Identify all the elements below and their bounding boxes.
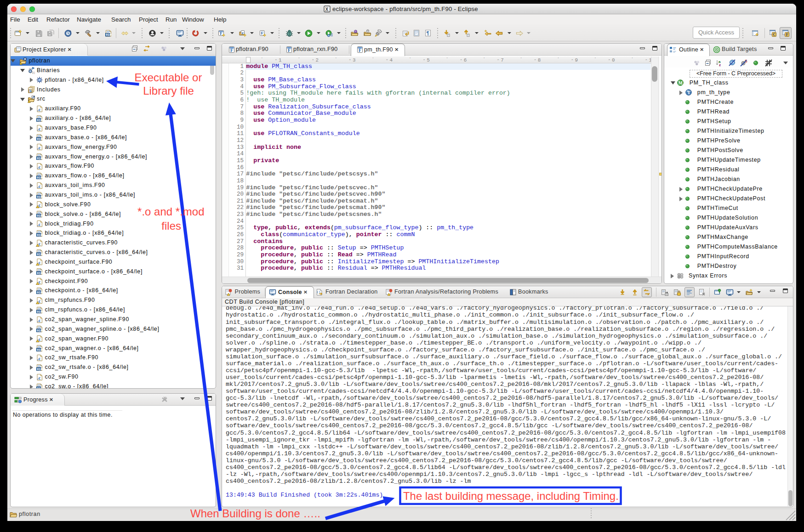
svg-text:z: z <box>719 63 721 67</box>
svg-text:F: F <box>288 48 291 53</box>
svg-text:F: F <box>242 31 244 34</box>
svg-text:X: X <box>325 7 329 12</box>
svg-text:F: F <box>786 33 788 37</box>
svg-text:F: F <box>230 48 233 53</box>
svg-text:F: F <box>261 31 263 35</box>
svg-text:F: F <box>359 48 361 53</box>
svg-text:F: F <box>220 31 222 36</box>
svg-text:¶: ¶ <box>426 30 429 36</box>
svg-text:C: C <box>773 33 775 37</box>
